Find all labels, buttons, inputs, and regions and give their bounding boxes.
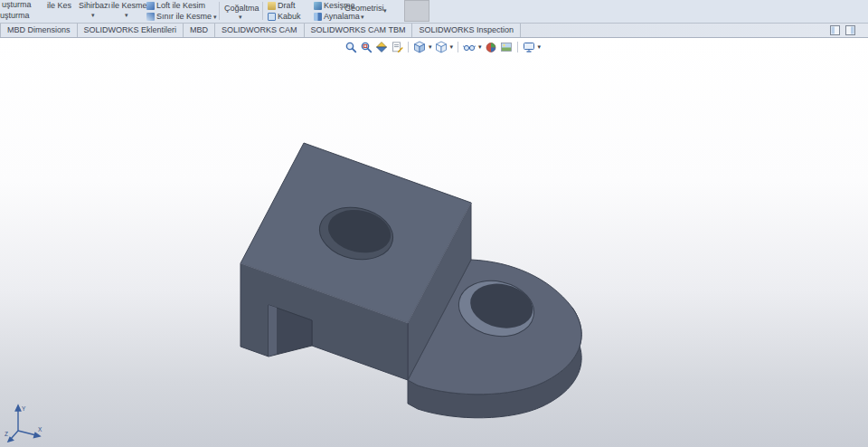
triad-z-label: Z xyxy=(5,431,8,437)
tab-solidworks-cam-tbm[interactable]: SOLIDWORKS CAM TBM xyxy=(305,24,413,37)
dropdown-caret-icon[interactable]: ▾ xyxy=(213,14,217,20)
ribbon-item-label: Loft ile Kesim xyxy=(156,1,205,10)
model-part xyxy=(241,143,581,418)
ribbon: uşturma uşturma ile Kes Sihirbazı ▾ ile … xyxy=(0,0,868,24)
ribbon-separator xyxy=(219,2,220,20)
ribbon-item-label: Draft xyxy=(278,1,296,10)
ribbon-item-loft-ile-kesim[interactable]: Loft ile Kesim xyxy=(146,1,205,10)
ribbon-blank-button[interactable] xyxy=(404,0,429,22)
mirror-icon xyxy=(314,13,322,21)
tab-mbd-dimensions[interactable]: MBD Dimensions xyxy=(0,24,78,37)
ribbon-clipped-button-top[interactable]: uşturma xyxy=(2,0,32,9)
tab-solidworks-eklentileri[interactable]: SOLIDWORKS Eklentileri xyxy=(78,24,184,37)
part-notch-inner-wall xyxy=(269,305,277,357)
model-canvas xyxy=(0,38,868,447)
triad-y-label: Y xyxy=(22,405,26,412)
dropdown-caret-icon[interactable]: ▾ xyxy=(125,12,128,18)
ribbon-overflow-caret-icon[interactable]: ▾ xyxy=(383,7,387,14)
commandmanager-tab-bar: MBD Dimensions SOLIDWORKS Eklentileri MB… xyxy=(0,24,868,38)
ribbon-item-aynalama[interactable]: Aynalama xyxy=(314,12,360,21)
tab-solidworks-inspection[interactable]: SOLIDWORKS Inspection xyxy=(412,24,521,37)
ribbon-item-draft[interactable]: Draft xyxy=(268,1,296,10)
dropdown-caret-icon[interactable]: ▾ xyxy=(91,12,95,18)
pane-icon-left[interactable] xyxy=(830,25,840,35)
dropdown-caret-icon[interactable]: ▾ xyxy=(239,14,242,20)
ribbon-item-cogaltma[interactable]: Çoğaltma xyxy=(224,4,259,13)
intersect-icon xyxy=(314,2,322,10)
ribbon-separator xyxy=(262,2,263,20)
pane-icon-right[interactable] xyxy=(845,25,855,35)
boundary-cut-icon xyxy=(146,13,155,21)
tab-mbd[interactable]: MBD xyxy=(184,24,215,37)
ribbon-item-geometrisi[interactable]: Geometrisi xyxy=(344,4,384,13)
dropdown-caret-icon[interactable]: ▾ xyxy=(361,14,364,20)
ribbon-item-label: Kabuk xyxy=(278,12,301,21)
ribbon-item-sihirbazi[interactable]: Sihirbazı xyxy=(79,1,110,10)
ribbon-item-ile-kes[interactable]: ile Kes xyxy=(47,1,71,10)
loft-cut-icon xyxy=(146,2,155,10)
ribbon-item-label: Aynalama xyxy=(324,12,360,21)
draft-icon xyxy=(268,2,276,10)
tabbar-right-icons xyxy=(830,25,855,35)
shell-icon xyxy=(268,13,276,21)
ribbon-item-sinir-ile-kesme[interactable]: Sınır ile Kesme ▾ xyxy=(146,12,217,21)
ribbon-item-ile-kesme[interactable]: ile Kesme xyxy=(111,1,147,10)
graphics-viewport: ▾ ▾ ▾ ▾ xyxy=(0,38,868,447)
tab-solidworks-cam[interactable]: SOLIDWORKS CAM xyxy=(215,24,305,37)
ribbon-item-kabuk[interactable]: Kabuk xyxy=(268,12,301,21)
triad-x-label: X xyxy=(38,426,42,433)
reference-triad[interactable]: Y X Z xyxy=(4,402,45,443)
ribbon-item-label: Sınır ile Kesme xyxy=(156,12,212,21)
ribbon-clipped-button-bottom[interactable]: uşturma xyxy=(0,11,30,20)
